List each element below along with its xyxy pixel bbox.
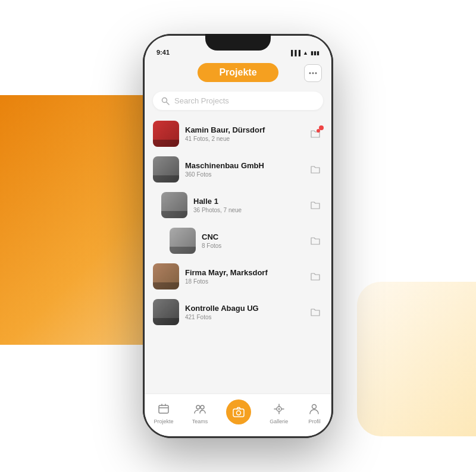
svg-point-3 xyxy=(162,97,167,102)
list-item-halle[interactable]: Halle 1 36 Photos, 7 neue xyxy=(145,187,331,223)
item-sub-maschinen: 360 Fotos xyxy=(185,171,302,178)
thumb-bar-kamin xyxy=(153,140,179,147)
folder-icon xyxy=(310,307,321,317)
nav-icon-projekte xyxy=(156,401,171,417)
nav-item-teams[interactable]: Teams xyxy=(186,399,214,427)
thumb-cnc xyxy=(170,228,196,254)
item-action-firma[interactable] xyxy=(308,269,323,284)
more-icon xyxy=(309,72,317,74)
notification-dot xyxy=(319,125,324,130)
thumb-bar-halle xyxy=(161,211,187,218)
svg-rect-6 xyxy=(159,405,168,413)
list-item-maschinen[interactable]: Maschinenbau GmbH 360 Fotos xyxy=(145,152,331,187)
thumb-inner-halle xyxy=(161,192,187,218)
thumb-inner-kontrolle xyxy=(153,299,179,325)
battery-icon: ▮▮▮ xyxy=(311,50,320,56)
thumb-firma xyxy=(153,263,179,290)
item-sub-kontrolle: 421 Fotos xyxy=(185,314,302,320)
thumb-maschinen xyxy=(153,156,179,182)
item-info-kontrolle: Kontrolle Abagu UG 421 Fotos xyxy=(185,304,302,320)
nav-item-projekte[interactable]: Projekte xyxy=(148,399,180,427)
svg-point-7 xyxy=(196,405,200,409)
background-cream xyxy=(357,282,476,436)
search-placeholder: Search Projects xyxy=(174,96,229,105)
list-item-kamin[interactable]: Kamin Baur, Dürsdorf 41 Fotos, 2 neue xyxy=(145,116,331,152)
item-name-maschinen: Maschinenbau GmbH xyxy=(185,161,302,170)
bottom-nav: Projekte Teams xyxy=(145,394,331,436)
thumb-bar-cnc xyxy=(170,247,196,254)
phone-notch xyxy=(205,34,271,51)
nav-icon-gallerie xyxy=(271,401,287,417)
svg-point-0 xyxy=(309,73,311,74)
item-sub-cnc: 8 Fotos xyxy=(202,243,302,249)
svg-line-4 xyxy=(167,102,169,105)
folder-icon xyxy=(310,235,321,246)
svg-point-2 xyxy=(315,73,317,74)
item-name-kontrolle: Kontrolle Abagu UG xyxy=(185,304,302,313)
thumb-bar-maschinen xyxy=(153,175,179,182)
folder-icon xyxy=(310,200,321,210)
svg-point-12 xyxy=(278,408,280,410)
thumb-halle xyxy=(161,192,187,218)
svg-point-1 xyxy=(312,73,314,74)
app-title-pill: Projekte xyxy=(198,63,278,82)
svg-point-10 xyxy=(237,411,241,415)
list-item-firma[interactable]: Firma Mayr, Marksdorf 18 Fotos xyxy=(145,259,331,294)
item-name-cnc: CNC xyxy=(202,232,302,241)
svg-point-8 xyxy=(201,405,204,409)
search-icon xyxy=(161,97,170,105)
thumb-inner-maschinen xyxy=(153,156,179,182)
item-action-cnc[interactable] xyxy=(308,233,323,248)
nav-icon-profil xyxy=(306,401,322,417)
thumb-inner-cnc xyxy=(170,228,196,254)
item-info-firma: Firma Mayr, Marksdorf 18 Fotos xyxy=(185,268,302,285)
project-list: Kamin Baur, Dürsdorf 41 Fotos, 2 neue Ma… xyxy=(145,116,331,394)
phone-shell: 9:41 ▐▐▐ ▲ ▮▮▮ Projekte xyxy=(143,34,333,438)
nav-label-profil: Profil xyxy=(308,418,321,424)
status-icons: ▐▐▐ ▲ ▮▮▮ xyxy=(289,50,320,56)
item-info-kamin: Kamin Baur, Dürsdorf 41 Fotos, 2 neue xyxy=(185,125,302,142)
app-screen: 9:41 ▐▐▐ ▲ ▮▮▮ Projekte xyxy=(145,36,331,436)
nav-icon-teams xyxy=(192,401,208,417)
nav-label-projekte: Projekte xyxy=(154,418,174,424)
item-action-maschinen[interactable] xyxy=(308,162,323,177)
nav-item-gallerie[interactable]: Gallerie xyxy=(264,399,294,427)
list-item-kontrolle[interactable]: Kontrolle Abagu UG 421 Fotos xyxy=(145,294,331,330)
app-header: Projekte xyxy=(145,58,331,88)
wifi-icon: ▲ xyxy=(303,50,308,56)
thumb-kamin xyxy=(153,121,179,147)
nav-item-profil[interactable]: Profil xyxy=(300,399,328,427)
thumb-inner-kamin xyxy=(153,121,179,147)
signal-icon: ▐▐▐ xyxy=(289,50,300,56)
list-item-cnc[interactable]: CNC 8 Fotos xyxy=(145,223,331,259)
item-action-halle[interactable] xyxy=(308,197,323,213)
app-title: Projekte xyxy=(219,67,256,77)
nav-label-gallerie: Gallerie xyxy=(270,418,288,424)
item-name-kamin: Kamin Baur, Dürsdorf xyxy=(185,125,302,134)
item-sub-halle: 36 Photos, 7 neue xyxy=(193,207,302,213)
item-sub-kamin: 41 Fotos, 2 neue xyxy=(185,136,302,142)
item-name-firma: Firma Mayr, Marksdorf xyxy=(185,268,302,277)
item-sub-firma: 18 Fotos xyxy=(185,278,302,285)
status-time: 9:41 xyxy=(156,49,170,56)
nav-label-teams: Teams xyxy=(192,418,208,424)
item-action-kamin[interactable] xyxy=(308,126,323,141)
folder-notification-icon xyxy=(310,128,321,139)
thumb-bar-firma xyxy=(153,282,179,290)
item-info-cnc: CNC 8 Fotos xyxy=(202,232,302,249)
item-name-halle: Halle 1 xyxy=(193,197,302,206)
folder-icon xyxy=(310,271,321,282)
more-options-button[interactable] xyxy=(304,64,322,82)
thumb-kontrolle xyxy=(153,299,179,325)
thumb-inner-firma xyxy=(153,263,179,290)
item-action-kontrolle[interactable] xyxy=(308,304,323,320)
item-info-halle: Halle 1 36 Photos, 7 neue xyxy=(193,197,302,213)
svg-point-13 xyxy=(312,405,317,409)
folder-icon xyxy=(310,164,321,175)
item-info-maschinen: Maschinenbau GmbH 360 Fotos xyxy=(185,161,302,178)
svg-rect-9 xyxy=(233,409,244,417)
nav-item-camera[interactable] xyxy=(220,397,257,429)
nav-icon-camera xyxy=(226,399,251,424)
thumb-bar-kontrolle xyxy=(153,318,179,325)
search-bar[interactable]: Search Projects xyxy=(153,92,323,110)
